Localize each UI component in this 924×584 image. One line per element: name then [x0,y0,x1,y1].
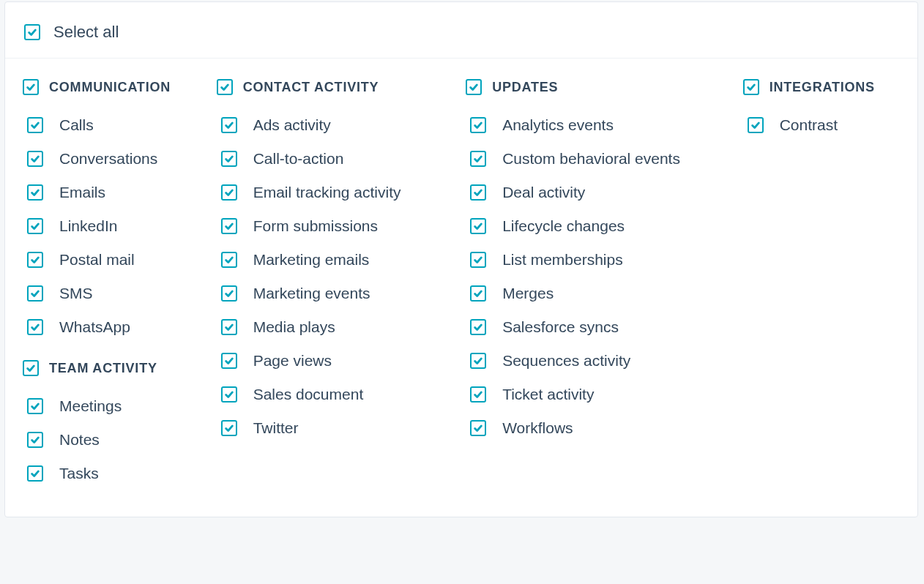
checkmark-icon [30,401,40,411]
checkmark-icon [30,468,40,479]
group-header-team-activity: TEAM ACTIVITY [23,360,204,376]
filter-item-merges: Merges [466,277,729,310]
checkmark-icon [224,187,234,198]
checkmark-icon [220,82,230,92]
checkmark-icon [26,82,36,92]
group-header-contact-activity: CONTACT ACTIVITY [217,79,453,95]
checkmark-icon [224,356,234,366]
item-label-marketing-emails: Marketing emails [253,251,370,269]
checkmark-icon [30,435,40,445]
item-checkbox-sms[interactable] [27,285,43,302]
item-checkbox-custom-behavioral-events[interactable] [470,151,486,167]
activity-filter-panel: Select all COMMUNICATIONCallsConversatio… [4,1,918,517]
item-checkbox-postal-mail[interactable] [27,252,43,268]
checkmark-icon [30,120,40,130]
item-checkbox-ticket-activity[interactable] [470,386,486,403]
item-checkbox-twitter[interactable] [221,420,237,436]
group-checkbox-contact-activity[interactable] [217,79,233,95]
filter-item-workflows: Workflows [466,411,729,445]
checkmark-icon [26,363,36,373]
item-label-contrast: Contrast [780,116,838,134]
group-checkbox-communication[interactable] [23,79,39,95]
group-checkbox-integrations[interactable] [743,79,759,95]
filter-item-email-tracking-activity: Email tracking activity [217,176,453,209]
select-all-checkbox[interactable] [24,24,40,40]
column-2: CONTACT ACTIVITYAds activityCall-to-acti… [217,79,453,445]
checkmark-icon [224,322,234,332]
filter-item-meetings: Meetings [23,389,204,423]
filter-item-emails: Emails [23,176,204,209]
item-checkbox-calls[interactable] [27,117,43,133]
item-checkbox-workflows[interactable] [470,420,486,436]
group-title-communication: COMMUNICATION [49,80,171,95]
filter-item-twitter: Twitter [217,411,453,445]
item-checkbox-meetings[interactable] [27,398,43,414]
item-checkbox-conversations[interactable] [27,151,43,167]
select-all-label: Select all [53,23,119,42]
item-checkbox-email-tracking-activity[interactable] [221,184,237,201]
filter-item-media-plays: Media plays [217,310,453,344]
filter-item-list-memberships: List memberships [466,243,729,277]
filter-item-page-views: Page views [217,344,453,378]
item-label-meetings: Meetings [59,397,122,415]
filter-item-notes: Notes [23,423,204,457]
panel-body: COMMUNICATIONCallsConversationsEmailsLin… [5,59,917,517]
item-checkbox-tasks[interactable] [27,465,43,482]
item-checkbox-marketing-emails[interactable] [221,252,237,268]
item-checkbox-page-views[interactable] [221,353,237,369]
group-title-updates: UPDATES [492,80,558,95]
filter-item-whatsapp: WhatsApp [23,310,204,344]
group-header-communication: COMMUNICATION [23,79,204,95]
item-label-ticket-activity: Ticket activity [502,386,594,403]
item-checkbox-linkedin[interactable] [27,218,43,234]
item-checkbox-media-plays[interactable] [221,319,237,335]
checkmark-icon [473,120,483,130]
item-label-tasks: Tasks [59,465,99,482]
item-checkbox-analytics-events[interactable] [470,117,486,133]
checkmark-icon [473,154,483,164]
item-checkbox-ads-activity[interactable] [221,117,237,133]
checkmark-icon [473,221,483,231]
item-checkbox-lifecycle-changes[interactable] [470,218,486,234]
filter-item-lifecycle-changes: Lifecycle changes [466,209,729,243]
item-checkbox-list-memberships[interactable] [470,252,486,268]
group-checkbox-team-activity[interactable] [23,360,39,376]
item-checkbox-whatsapp[interactable] [27,319,43,335]
item-checkbox-sales-document[interactable] [221,386,237,403]
group-checkbox-updates[interactable] [466,79,482,95]
item-checkbox-notes[interactable] [27,432,43,448]
checkmark-icon [30,255,40,265]
group-spacer [23,344,204,360]
select-all-row: Select all [24,23,898,42]
checkmark-icon [473,389,483,400]
item-label-ads-activity: Ads activity [253,116,331,134]
item-label-custom-behavioral-events: Custom behavioral events [502,150,680,168]
checkmark-icon [473,322,483,332]
item-checkbox-marketing-events[interactable] [221,285,237,302]
item-label-whatsapp: WhatsApp [59,318,130,336]
checkmark-icon [224,221,234,231]
item-checkbox-salesforce-syncs[interactable] [470,319,486,335]
filter-item-deal-activity: Deal activity [466,176,729,209]
checkmark-icon [224,423,234,433]
filter-item-postal-mail: Postal mail [23,243,204,277]
item-label-analytics-events: Analytics events [502,116,614,134]
item-checkbox-call-to-action[interactable] [221,151,237,167]
checkmark-icon [473,187,483,198]
item-checkbox-form-submissions[interactable] [221,218,237,234]
item-label-notes: Notes [59,431,100,449]
checkmark-icon [746,82,756,92]
filter-item-contrast: Contrast [743,108,900,142]
item-label-calls: Calls [59,116,94,134]
item-checkbox-contrast[interactable] [748,117,764,133]
item-checkbox-sequences-activity[interactable] [470,353,486,369]
item-checkbox-emails[interactable] [27,184,43,201]
item-label-call-to-action: Call-to-action [253,150,344,168]
group-title-integrations: INTEGRATIONS [770,80,875,95]
item-checkbox-merges[interactable] [470,285,486,302]
filter-item-calls: Calls [23,108,204,142]
item-checkbox-deal-activity[interactable] [470,184,486,201]
checkmark-icon [30,221,40,231]
filter-item-sequences-activity: Sequences activity [466,344,729,378]
checkmark-icon [750,120,761,130]
